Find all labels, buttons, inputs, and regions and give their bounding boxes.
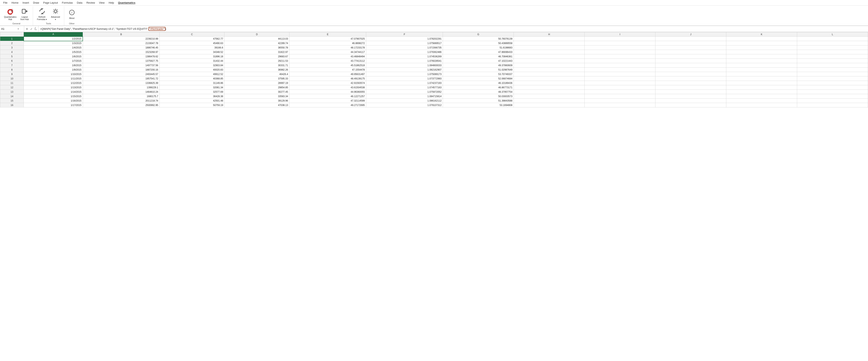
cell-E14[interactable]: 46.12271257 [289, 94, 366, 99]
cell-J1[interactable] [655, 37, 726, 41]
cell-H4[interactable] [514, 50, 585, 54]
cell-E16[interactable]: 49.27172695 [289, 103, 366, 107]
cell-K3[interactable] [726, 45, 797, 50]
cell-L2[interactable] [797, 41, 868, 45]
menu-home[interactable]: Home [10, 1, 20, 5]
cell-A5[interactable]: 1/6/2015 [24, 54, 83, 59]
col-header-E[interactable]: E [289, 32, 366, 37]
cell-F14[interactable]: 1.084715814 [366, 94, 443, 99]
cell-K4[interactable] [726, 50, 797, 54]
cell-D14[interactable]: 33583.34 [224, 94, 289, 99]
cell-F1[interactable]: 1.078202291 [366, 37, 443, 41]
cell-L13[interactable] [797, 90, 868, 94]
cell-L3[interactable] [797, 45, 868, 50]
cell-C13[interactable]: 32577.69 [159, 90, 224, 94]
cell-C8[interactable]: 40020.83 [159, 68, 224, 72]
formula-fx-icon[interactable]: fx [34, 26, 37, 31]
cell-F12[interactable]: 1.074577163 [366, 85, 443, 90]
cell-D5[interactable]: 29683.67 [224, 54, 289, 59]
cell-H14[interactable] [514, 94, 585, 99]
cell-J4[interactable] [655, 50, 726, 54]
cell-H1[interactable] [514, 37, 585, 41]
cell-L10[interactable] [797, 76, 868, 81]
cell-C2[interactable]: 45490.63 [159, 41, 224, 45]
cell-G11[interactable]: 46.10189436 [443, 81, 514, 85]
cell-K11[interactable] [726, 81, 797, 85]
cell-C5[interactable]: 31896.18 [159, 54, 224, 59]
row-number-12[interactable]: 12 [0, 85, 24, 90]
cell-B11[interactable]: 1336825.39 [83, 81, 159, 85]
cell-B13[interactable]: 1464810.24 [83, 90, 159, 94]
menu-data[interactable]: Data [75, 1, 84, 5]
cell-B8[interactable]: 1887200.16 [83, 68, 159, 72]
cell-K5[interactable] [726, 54, 797, 59]
cell-H9[interactable] [514, 72, 585, 76]
cell-J7[interactable] [655, 63, 726, 68]
cell-H3[interactable] [514, 45, 585, 50]
cell-I7[interactable] [585, 63, 655, 68]
cell-E5[interactable]: 43.46848494 [289, 54, 366, 59]
cell-H15[interactable] [514, 99, 585, 103]
quantamatics-hub-button[interactable]: QuantamaticsHub [2, 7, 18, 22]
cell-D1[interactable]: 44113.03 [224, 37, 289, 41]
cell-H16[interactable] [514, 103, 585, 107]
cell-I12[interactable] [585, 85, 655, 90]
cell-B15[interactable]: 2011218.74 [83, 99, 159, 103]
menu-draw[interactable]: Draw [31, 1, 41, 5]
cell-H5[interactable] [514, 54, 585, 59]
row-number-8[interactable]: 8 [0, 68, 24, 72]
row-number-7[interactable]: 7 [0, 63, 24, 68]
col-header-C[interactable]: C [159, 32, 224, 37]
col-header-D[interactable]: D [224, 32, 289, 37]
cell-J11[interactable] [655, 81, 726, 85]
menu-quantamatics[interactable]: Quantamatics [117, 1, 137, 5]
cell-G13[interactable]: 48.37957754 [443, 90, 514, 94]
cell-D10[interactable]: 37595.33 [224, 76, 289, 81]
cell-A11[interactable]: 1/12/2015 [24, 81, 83, 85]
cell-G4[interactable]: 47.86696433 [443, 50, 514, 54]
cell-F2[interactable]: 1.075689517 [366, 41, 443, 45]
cell-K12[interactable] [726, 85, 797, 90]
cell-G15[interactable]: 51.39843588 [443, 99, 514, 103]
cell-J2[interactable] [655, 41, 726, 45]
cell-E10[interactable]: 48.49139175 [289, 76, 366, 81]
cell-G6[interactable]: 47.10221443 [443, 59, 514, 63]
cell-K16[interactable] [726, 103, 797, 107]
cell-I6[interactable] [585, 59, 655, 63]
cell-D7[interactable]: 30331.71 [224, 63, 289, 68]
col-header-L[interactable]: L [797, 32, 868, 37]
cell-F11[interactable]: 1.074237193 [366, 81, 443, 85]
cell-I5[interactable] [585, 54, 655, 59]
cell-B6[interactable]: 1375927.75 [83, 59, 159, 63]
menu-view[interactable]: View [97, 1, 106, 5]
cell-D3[interactable]: 36550.78 [224, 45, 289, 50]
cell-L4[interactable] [797, 50, 868, 54]
row-number-2[interactable]: 2 [0, 41, 24, 45]
cell-I1[interactable] [585, 37, 655, 41]
cell-D4[interactable]: 31822.97 [224, 50, 289, 54]
cell-H6[interactable] [514, 59, 585, 63]
cell-A4[interactable]: 1/5/2015 [24, 50, 83, 54]
cell-K7[interactable] [726, 63, 797, 68]
cell-J3[interactable] [655, 45, 726, 50]
cell-L8[interactable] [797, 68, 868, 72]
row-number-3[interactable]: 3 [0, 45, 24, 50]
cell-G16[interactable]: 53.1694808 [443, 103, 514, 107]
about-button[interactable]: i About [67, 8, 77, 20]
cell-D2[interactable]: 42289.74 [224, 41, 289, 45]
cell-F16[interactable]: 1.079107312 [366, 103, 443, 107]
cell-C3[interactable]: 39166.6 [159, 45, 224, 50]
cell-G8[interactable]: 51.02987649 [443, 68, 514, 72]
cell-D9[interactable]: 46426.4 [224, 72, 289, 76]
cell-B1[interactable]: 2239210.99 [83, 37, 159, 41]
row-number-16[interactable]: 16 [0, 103, 24, 107]
cell-L1[interactable] [797, 37, 868, 41]
cell-F13[interactable]: 1.075972052 [366, 90, 443, 94]
cell-C4[interactable]: 34348.52 [159, 50, 224, 54]
cell-J16[interactable] [655, 103, 726, 107]
cell-L12[interactable] [797, 85, 868, 90]
cell-G14[interactable]: 50.03003573 [443, 94, 514, 99]
cell-J5[interactable] [655, 54, 726, 59]
cell-L11[interactable] [797, 81, 868, 85]
cell-C16[interactable]: 50759.19 [159, 103, 224, 107]
